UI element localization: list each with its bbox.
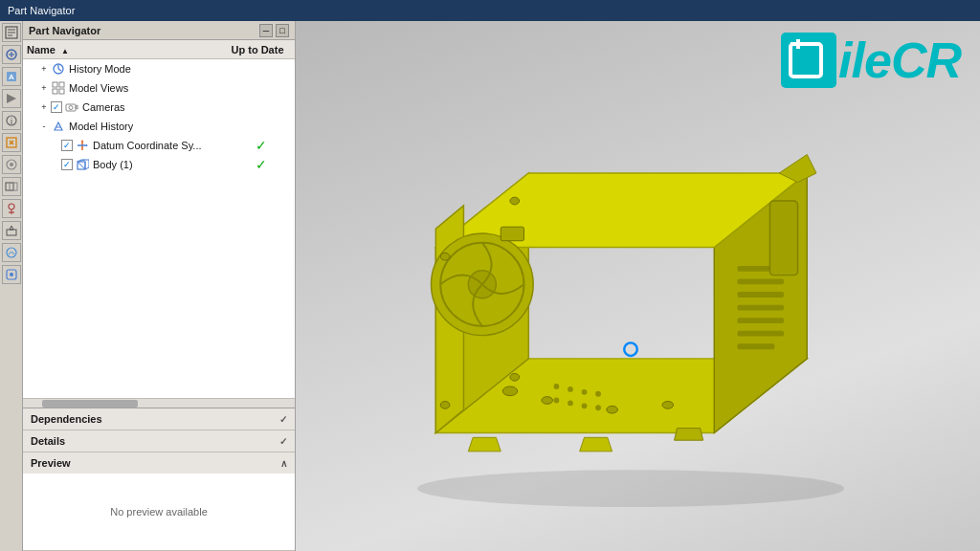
- toolbar-btn-5[interactable]: i: [2, 111, 21, 130]
- expand-icon: +: [38, 63, 50, 75]
- svg-point-84: [568, 401, 573, 407]
- toolbar-btn-4[interactable]: [2, 89, 21, 108]
- preview-body: No preview available: [23, 474, 295, 550]
- svg-line-29: [58, 69, 61, 71]
- toolbar-btn-7[interactable]: [2, 155, 21, 174]
- svg-point-72: [510, 197, 520, 205]
- svg-rect-63: [738, 331, 784, 337]
- preview-text: No preview available: [110, 506, 208, 518]
- dependencies-chevron: ✓: [279, 414, 287, 425]
- body-icon: [75, 157, 90, 172]
- svg-text:A: A: [9, 73, 14, 81]
- svg-point-68: [662, 401, 674, 408]
- svg-rect-33: [59, 89, 64, 94]
- svg-point-86: [595, 391, 601, 397]
- svg-point-87: [595, 405, 601, 410]
- model-history-icon: [51, 119, 66, 134]
- svg-point-36: [69, 106, 73, 110]
- svg-marker-23: [10, 226, 13, 230]
- toolbar-btn-10[interactable]: [2, 221, 21, 240]
- svg-rect-32: [53, 89, 57, 94]
- expand-icon-model-history: -: [38, 121, 50, 132]
- svg-rect-59: [738, 278, 784, 284]
- toolbar-btn-6[interactable]: [2, 133, 21, 152]
- tree-hscroll-thumb[interactable]: [42, 400, 138, 408]
- toolbar-btn-12[interactable]: [2, 265, 21, 284]
- model-3d-svg: [324, 59, 937, 528]
- filecr-icon-box: [781, 33, 836, 88]
- datum-coord-uptodate: ✓: [228, 138, 295, 153]
- toolbar-btn-1[interactable]: [2, 23, 21, 42]
- preview-header[interactable]: Preview ∧: [23, 452, 295, 474]
- svg-point-81: [568, 386, 573, 392]
- filecr-logo: ileCR: [781, 33, 961, 88]
- history-mode-label: History Mode: [69, 63, 131, 75]
- nav-title-text: Part Navigator: [29, 25, 100, 36]
- nav-maximize-button[interactable]: □: [276, 24, 289, 37]
- tree-item-cameras[interactable]: + ✓ Cameras: [23, 98, 295, 117]
- cameras-check: ✓: [51, 101, 62, 113]
- dependencies-header[interactable]: Dependencies ✓: [23, 408, 295, 430]
- svg-point-16: [10, 163, 13, 166]
- svg-point-49: [417, 470, 844, 507]
- svg-rect-30: [53, 82, 57, 87]
- left-toolbar: A i: [0, 21, 23, 551]
- tree-item-body[interactable]: ✓ Body (1) ✓: [23, 155, 295, 174]
- history-mode-icon: [51, 61, 66, 77]
- nav-title-bar: Part Navigator ─ □: [23, 21, 295, 40]
- body-label: Body (1): [93, 159, 133, 170]
- svg-point-66: [542, 397, 553, 405]
- svg-point-65: [502, 386, 518, 396]
- tree-item-model-history[interactable]: - Model History: [23, 117, 295, 136]
- tree-item-history-mode[interactable]: + History Mode: [23, 59, 295, 78]
- part-navigator: Part Navigator ─ □ Name ▲ Up to Date +: [23, 21, 296, 551]
- svg-point-83: [554, 398, 560, 404]
- svg-rect-73: [501, 227, 523, 241]
- filecr-text: ileCR: [838, 35, 961, 85]
- expand-icon-cameras: +: [38, 101, 50, 113]
- svg-point-19: [9, 204, 14, 209]
- toolbar-btn-3[interactable]: A: [2, 67, 21, 86]
- details-section: Details ✓: [23, 430, 295, 452]
- model-views-icon: [51, 80, 66, 96]
- svg-point-69: [440, 401, 450, 408]
- nav-tree-header: Name ▲ Up to Date: [23, 40, 295, 59]
- svg-rect-22: [7, 230, 16, 235]
- svg-marker-76: [675, 429, 703, 441]
- nav-title-controls: ─ □: [259, 24, 289, 37]
- svg-text:i: i: [11, 117, 12, 126]
- svg-point-26: [10, 273, 13, 276]
- preview-chevron: ∧: [280, 458, 287, 469]
- svg-rect-77: [769, 201, 797, 276]
- tree-item-model-views[interactable]: + Model Views: [23, 78, 295, 98]
- dependencies-section: Dependencies ✓: [23, 408, 295, 430]
- col-uptodate-header[interactable]: Up to Date: [224, 44, 291, 55]
- viewport[interactable]: ileCR: [296, 21, 980, 551]
- datum-check: ✓: [61, 140, 73, 151]
- expand-icon-views: +: [38, 82, 50, 94]
- svg-marker-75: [580, 437, 612, 452]
- details-chevron: ✓: [279, 436, 287, 447]
- datum-coord-label: Datum Coordinate Sy...: [93, 140, 202, 151]
- tree-item-datum-coord[interactable]: ✓ Datum Coordinate Sy... ✓: [23, 136, 295, 155]
- svg-point-85: [582, 403, 588, 408]
- nav-minimize-button[interactable]: ─: [259, 24, 273, 37]
- details-header[interactable]: Details ✓: [23, 430, 295, 452]
- tree-hscroll[interactable]: [23, 398, 295, 408]
- toolbar-btn-8[interactable]: [2, 177, 21, 196]
- body-check: ✓: [61, 159, 73, 170]
- svg-rect-64: [738, 343, 775, 349]
- filecr-icon-svg: [785, 36, 833, 84]
- toolbar-btn-2[interactable]: [2, 45, 21, 64]
- toolbar-btn-9[interactable]: [2, 199, 21, 218]
- toolbar-btn-11[interactable]: [2, 243, 21, 262]
- model-views-label: Model Views: [69, 82, 128, 94]
- sort-arrow: ▲: [61, 47, 69, 55]
- svg-point-71: [440, 253, 450, 260]
- svg-point-78: [624, 342, 637, 356]
- nav-tree[interactable]: + History Mode +: [23, 59, 295, 398]
- svg-rect-46: [791, 44, 821, 77]
- datum-icon: [75, 138, 90, 153]
- cameras-label: Cameras: [82, 101, 125, 113]
- col-name-header[interactable]: Name ▲: [27, 44, 224, 55]
